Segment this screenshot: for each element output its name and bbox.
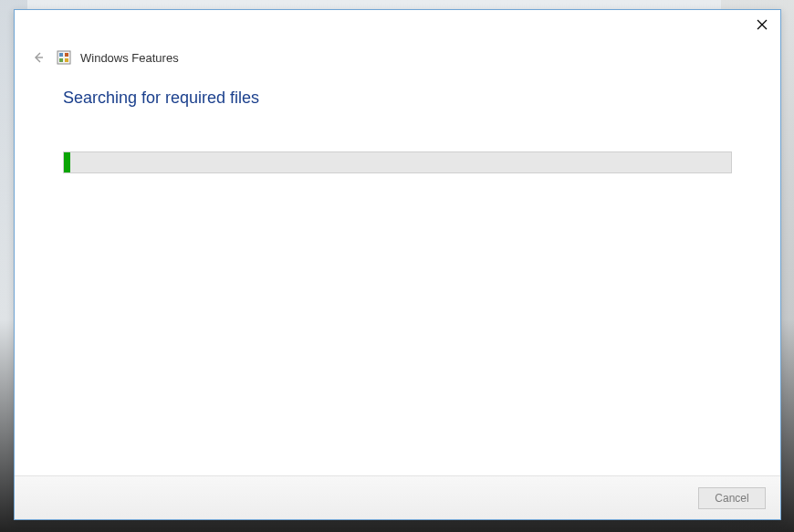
svg-rect-5 — [65, 53, 68, 57]
dialog-content: Searching for required files — [15, 79, 780, 475]
dialog-header: Windows Features — [15, 41, 780, 79]
windows-features-dialog: Windows Features Searching for required … — [14, 9, 781, 520]
progress-bar-fill — [64, 152, 70, 172]
dialog-footer: Cancel — [15, 475, 780, 519]
svg-rect-4 — [59, 53, 63, 57]
arrow-left-icon — [31, 50, 46, 65]
dialog-title: Windows Features — [80, 51, 179, 65]
status-heading: Searching for required files — [63, 89, 732, 108]
back-button[interactable] — [29, 48, 47, 67]
svg-rect-7 — [65, 58, 68, 62]
cancel-button[interactable]: Cancel — [698, 487, 766, 509]
close-button[interactable] — [753, 16, 771, 34]
titlebar — [15, 10, 780, 41]
progress-bar — [63, 151, 732, 173]
close-icon — [757, 19, 768, 30]
windows-features-icon — [57, 50, 71, 65]
svg-rect-6 — [59, 58, 63, 62]
